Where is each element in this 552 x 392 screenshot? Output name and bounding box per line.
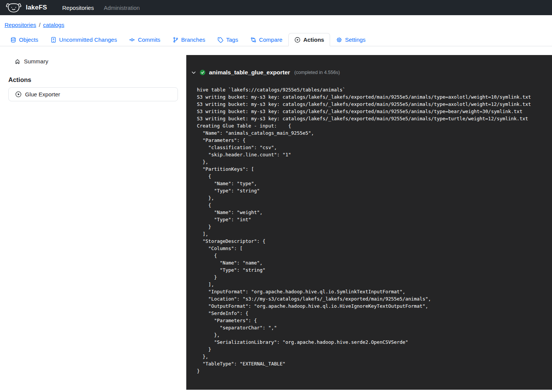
play-circle-icon bbox=[294, 37, 300, 43]
house-icon bbox=[14, 58, 20, 65]
nav-administration[interactable]: Administration bbox=[104, 5, 140, 11]
run-log-output: hive table `lakefs://catalogs/9255e5/tab… bbox=[186, 86, 552, 390]
top-navbar: lakeFS Repositories Administration bbox=[0, 0, 552, 15]
tab-label: Objects bbox=[19, 36, 38, 43]
sidebar-summary-label: Summary bbox=[24, 58, 48, 65]
run-title[interactable]: animals_table_glue_exporter bbox=[209, 69, 290, 76]
tab-label: Commits bbox=[138, 36, 160, 43]
tab-label: Tags bbox=[226, 36, 238, 43]
main-content: Summary Actions Glue Exporter bbox=[0, 46, 552, 390]
breadcrumb-separator: / bbox=[39, 22, 40, 28]
tab-label: Settings bbox=[345, 36, 365, 43]
run-header: animals_table_glue_exporter (completed i… bbox=[186, 55, 552, 76]
repo-tab-bar: Objects Uncommitted Changes Commits bbox=[0, 33, 552, 46]
tag-icon bbox=[217, 37, 223, 43]
compare-icon bbox=[250, 37, 256, 43]
file-diff-icon bbox=[50, 37, 57, 43]
action-run-output-panel: animals_table_glue_exporter (completed i… bbox=[186, 55, 552, 390]
tab-actions[interactable]: Actions bbox=[288, 33, 330, 46]
gear-icon bbox=[336, 37, 342, 43]
tab-label: Branches bbox=[181, 36, 205, 43]
tab-uncommitted-changes[interactable]: Uncommitted Changes bbox=[44, 33, 123, 46]
actions-sidebar: Summary Actions Glue Exporter bbox=[0, 46, 186, 390]
brand[interactable]: lakeFS bbox=[5, 2, 47, 13]
check-circle-icon bbox=[200, 69, 206, 76]
actions-list: Glue Exporter bbox=[8, 87, 178, 101]
breadcrumb-catalogs[interactable]: catalogs bbox=[43, 22, 64, 28]
branch-icon bbox=[173, 37, 179, 43]
breadcrumb: Repositories/catalogs bbox=[0, 15, 552, 28]
tab-tags[interactable]: Tags bbox=[211, 33, 244, 46]
tab-commits[interactable]: Commits bbox=[123, 33, 166, 46]
tab-label: Actions bbox=[303, 36, 324, 43]
tab-label: Uncommitted Changes bbox=[59, 36, 117, 43]
database-icon bbox=[10, 37, 16, 43]
play-circle-icon bbox=[15, 91, 22, 98]
sidebar-item-summary[interactable]: Summary bbox=[14, 58, 48, 65]
tab-branches[interactable]: Branches bbox=[167, 33, 211, 46]
action-item-label: Glue Exporter bbox=[25, 91, 60, 98]
run-status-note: (completed in 4.556s) bbox=[294, 70, 340, 75]
chevron-down-icon[interactable] bbox=[191, 70, 196, 75]
breadcrumb-repositories[interactable]: Repositories bbox=[5, 22, 36, 28]
tab-label: Compare bbox=[259, 36, 283, 43]
tab-compare[interactable]: Compare bbox=[244, 33, 289, 46]
action-item-glue-exporter[interactable]: Glue Exporter bbox=[9, 88, 178, 101]
commit-icon bbox=[129, 37, 135, 43]
nav-repositories[interactable]: Repositories bbox=[62, 5, 94, 11]
actions-heading: Actions bbox=[8, 76, 186, 83]
tab-settings[interactable]: Settings bbox=[330, 33, 371, 46]
brand-name: lakeFS bbox=[26, 4, 47, 11]
axolotl-logo-icon bbox=[5, 2, 22, 13]
tab-objects[interactable]: Objects bbox=[4, 33, 44, 46]
